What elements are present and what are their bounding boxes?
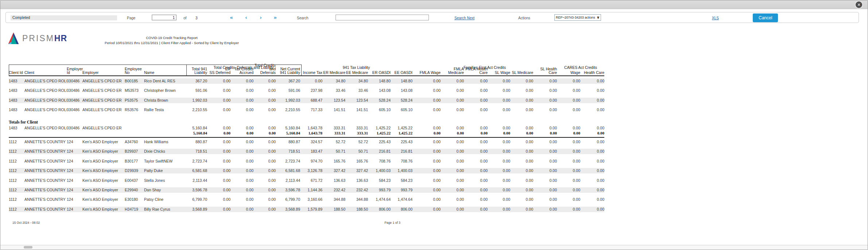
table-cell: 0.00	[488, 207, 510, 212]
table-cell: 0.00	[300, 78, 322, 84]
report-title: COVID-19 Credit Tracking Report	[0, 36, 343, 40]
table-cell: 0.00	[510, 178, 533, 183]
page-input[interactable]	[152, 15, 177, 20]
table-cell: B30177	[125, 159, 144, 164]
actions-select[interactable]: REP~20743-34203 actions ∨	[554, 14, 601, 21]
table-cell: 0.00	[207, 130, 230, 136]
table-cell: Taylor SwiftNEW	[144, 159, 187, 164]
table-cell: 0.00	[412, 197, 441, 202]
table-cell: 0.00	[488, 130, 510, 136]
table-cell: 0.00	[533, 88, 557, 93]
table-cell: 0.00	[253, 149, 276, 154]
table-cell: 0.00	[253, 88, 276, 93]
table-cell: 0.00	[253, 107, 276, 113]
table-cell: 136.63	[345, 178, 368, 183]
table-cell: 2,723.74	[187, 159, 207, 164]
table-cell: 2,113.44	[187, 178, 207, 183]
previous-page-icon[interactable]: ‹	[245, 15, 247, 20]
table-cell: 0.00	[488, 139, 510, 145]
table-cell: 0.00	[488, 125, 510, 131]
first-page-icon[interactable]: «	[230, 15, 233, 20]
table-cell: Christopher Brown	[144, 88, 187, 93]
table-cell: E00437	[125, 178, 144, 183]
table-cell: 0.00	[207, 197, 230, 202]
table-cell: 0.00	[253, 125, 276, 131]
column-header: EE Medicare	[345, 71, 368, 74]
search-next-link[interactable]: Search Next	[454, 16, 474, 20]
table-cell: 123.54	[345, 98, 368, 103]
table-cell: 33.46	[345, 88, 368, 93]
table-cell: 0.00	[464, 197, 488, 202]
table-cell: 0.00	[253, 197, 276, 202]
table-cell: 0.00	[230, 78, 253, 84]
table-cell: 0.00	[253, 207, 276, 212]
table-cell: 232.42	[322, 187, 345, 193]
table-cell: 0.00	[510, 130, 533, 136]
table-cell: 0.00	[580, 149, 604, 154]
table-cell: 0.00	[207, 168, 230, 173]
table-cell: 708.76	[368, 159, 391, 164]
table-cell: 0.00	[557, 78, 580, 84]
table-cell: 0.00	[464, 187, 488, 193]
table-cell: 0.00	[207, 178, 230, 183]
table-cell: 0.00	[441, 139, 464, 145]
table-cell: 708.76	[391, 159, 412, 164]
table-cell: Ken's ASO Employer	[82, 149, 125, 154]
next-page-icon[interactable]: ›	[260, 15, 262, 20]
table-cell: 1483	[9, 78, 24, 84]
table-cell: 0.00	[207, 125, 230, 131]
xls-export-link[interactable]: XLS	[712, 16, 719, 20]
table-cell: 1,425.22	[368, 130, 391, 136]
table-cell: ANGELLE'S CPEO ER	[82, 88, 125, 93]
last-page-icon[interactable]: »	[274, 15, 277, 20]
table-cell: 030486	[67, 98, 82, 103]
table-cell: 1483	[9, 88, 24, 93]
table-cell: 6,581.68	[187, 168, 207, 173]
table-cell: 0.00	[533, 78, 557, 84]
table-cell: 1112	[9, 197, 24, 202]
table-cell: 1,425.22	[391, 130, 412, 136]
table-cell: 0.00	[580, 178, 604, 183]
table-cell: 0.00	[441, 168, 464, 173]
table-cell: 0.00	[557, 168, 580, 173]
search-input[interactable]	[336, 15, 429, 20]
table-cell: 030486	[67, 107, 82, 113]
table-cell: ANNETTE'S COUNTRY MUS	[24, 149, 67, 154]
table-cell: 0.00	[207, 98, 230, 103]
table-cell: 718.51	[187, 149, 207, 154]
table-header: Total Credits, Deferrals and Liability94…	[9, 65, 604, 76]
horizontal-scrollbar-thumb[interactable]	[24, 246, 32, 249]
table-cell: 0.00	[230, 197, 253, 202]
table-cell: 0.00	[580, 98, 604, 103]
table-cell: 030486	[67, 88, 82, 93]
table-cell: 0.00	[580, 78, 604, 84]
table-cell: 0.00	[412, 187, 441, 193]
table-cell: 0.00	[557, 178, 580, 183]
table-cell: 0.00	[557, 139, 580, 145]
table-cell: 0.00	[207, 78, 230, 84]
table-cell: P53575	[125, 98, 144, 103]
cancel-button[interactable]: Cancel	[753, 13, 778, 22]
column-header: ER OASDI	[368, 71, 391, 74]
table-cell: Ken's ASO Employer	[82, 187, 125, 193]
table-row: 1483ANGELLE'S CPEO ROLLING030486ANGELLE'…	[9, 107, 604, 113]
close-icon[interactable]: ✕	[856, 1, 862, 8]
table-cell: 0.00	[441, 207, 464, 212]
column-header: SL Health Care	[533, 67, 557, 74]
column-header: ER SS Deferred	[207, 67, 230, 74]
table-cell: 0.00	[464, 125, 488, 131]
table-cell: 6,799.70	[276, 197, 300, 202]
report-table: Total Credits, Deferrals and Liability94…	[9, 65, 604, 218]
table-cell: 0.00	[464, 78, 488, 84]
table-cell: 0.00	[207, 88, 230, 93]
table-cell: 3,126.78	[300, 168, 322, 173]
table-cell: 0.00	[412, 168, 441, 173]
table-cell: 0.00	[510, 159, 533, 164]
table-cell: 0.00	[510, 98, 533, 103]
column-header: Net Current 941 Liability	[276, 67, 300, 74]
column-group-header: 941 Tax Liability	[300, 65, 412, 70]
table-cell: ANNETTE'S COUNTRY MUS	[24, 159, 67, 164]
table-cell: 605.10	[391, 107, 412, 113]
table-rows-client-1112: 1112ANNETTE'S COUNTRY MUS124Ken's ASO Em…	[9, 139, 604, 216]
table-cell: 0.00	[230, 88, 253, 93]
